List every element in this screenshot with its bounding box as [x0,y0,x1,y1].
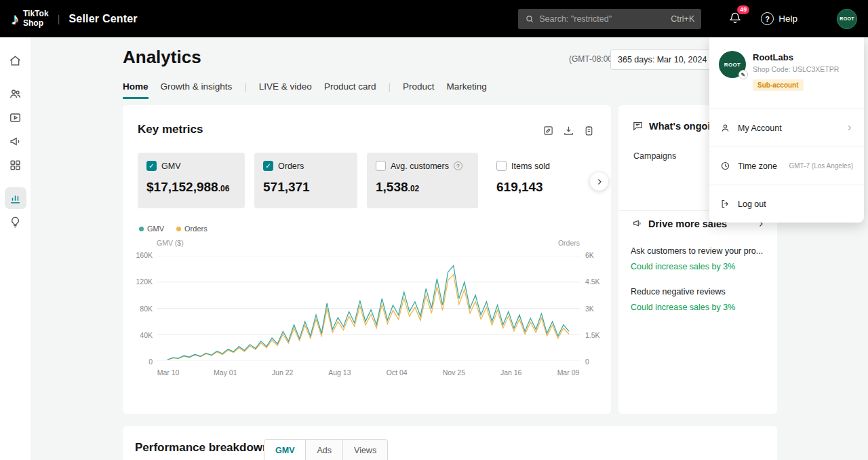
analytics-tabs: Home Growth & insights | LIVE & video Pr… [123,81,487,99]
tab-divider: | [244,81,247,92]
legend-orders[interactable]: Orders [176,225,208,233]
edit-avatar-icon[interactable]: ✎ [738,70,748,79]
metric-label: Items sold [511,161,550,171]
notification-badge: 49 [737,5,749,15]
menu-item-label: Log out [738,199,766,209]
metric-tile-items-sold[interactable]: Items sold 619,143 [488,153,583,208]
help-button[interactable]: ? Help [761,12,797,25]
tab-growth-insights[interactable]: Growth & insights [161,81,233,99]
metric-label: Avg. customers [391,161,449,171]
legend-dot-orders [176,227,181,231]
sidebar-item-customers[interactable] [5,83,26,104]
search-icon [525,14,534,24]
metric-tile-avg-customers[interactable]: Avg. customers ? 1,538.02 [367,153,478,208]
menu-item-log-out[interactable]: Log out [709,185,864,223]
metric-tiles: ✓ GMV $17,152,988.06 ✓ Orders 571,371 Av… [138,153,583,208]
sidebar-item-content[interactable] [5,107,26,128]
date-range-value: 365 days: Mar 10, 2024 - [618,55,712,64]
perf-tab-views[interactable]: Views [342,439,388,460]
sub-account-badge: Sub-account [753,79,804,91]
tab-divider: | [388,81,391,92]
sidebar-item-home[interactable] [5,50,26,71]
timezone-label: (GMT-08:00) [569,54,615,64]
metric-value: $17,152,988.06 [146,180,236,195]
tab-product-card[interactable]: Product card [324,81,376,99]
metric-label: GMV [161,161,180,171]
top-bar: ♪ TikTok Shop | Seller Center Ctrl+K 49 … [0,0,868,37]
tab-home[interactable]: Home [123,81,149,99]
trend-chart-svg [157,256,580,361]
clipboard-icon[interactable] [583,125,595,136]
key-metrics-toolbar [542,125,595,136]
right-axis-caption: Orders [558,239,580,247]
menu-item-my-account[interactable]: My Account [709,109,864,147]
bar-chart-icon [9,192,22,205]
performance-breakdown-title: Performance breakdown [135,441,269,455]
video-icon [9,111,22,124]
suggestion-title[interactable]: Reduce negative reviews [631,287,768,296]
metrics-next-button[interactable] [590,172,608,191]
help-label: Help [778,14,797,24]
search-input[interactable] [539,14,666,24]
metric-tile-gmv[interactable]: ✓ GMV $17,152,988.06 [138,153,245,208]
legend-dot-gmv [139,227,144,231]
timezone-value: GMT-7 (Los Angeles) [789,162,853,170]
help-icon: ? [761,12,774,25]
clock-icon [720,161,730,171]
campaigns-label[interactable]: Campaigns [633,151,676,161]
sidebar-item-apps[interactable] [5,154,26,176]
perf-tab-ads[interactable]: Ads [305,439,343,460]
shop-name: RootLabs [753,52,793,62]
app-title: Seller Center [68,13,137,25]
account-dropdown-menu: ROOT ✎ RootLabs Shop Code: USLC3XETPR Su… [709,37,864,223]
suggestion-benefit[interactable]: Could increase sales by 3% [631,303,735,312]
chevron-right-icon [595,178,604,186]
avg-customers-checkbox[interactable] [376,161,386,171]
grid-icon [9,159,22,172]
legend-gmv[interactable]: GMV [139,225,164,233]
chart-legend: GMV Orders [139,225,208,233]
orders-checkbox[interactable]: ✓ [263,161,273,171]
global-search[interactable]: Ctrl+K [518,9,701,29]
items-sold-checkbox[interactable] [496,161,507,171]
edit-icon[interactable] [542,125,554,136]
tiktok-shop-logo[interactable]: ♪ TikTok Shop [11,9,49,28]
notifications-button[interactable]: 49 [728,11,742,27]
logout-icon [720,199,730,209]
account-menu-avatar: ROOT ✎ [719,51,746,78]
gmv-checkbox[interactable]: ✓ [146,161,157,171]
menu-item-time-zone[interactable]: Time zone GMT-7 (Los Angeles) [709,147,864,185]
brand-line1: TikTok [23,9,49,18]
chevron-right-icon [846,124,853,132]
brand-text: TikTok Shop [23,9,49,28]
account-summary: ROOT ✎ RootLabs Shop Code: USLC3XETPR Su… [709,37,864,109]
sidebar-item-ideas[interactable] [5,211,26,233]
search-shortcut: Ctrl+K [671,14,694,24]
perf-tab-gmv[interactable]: GMV [264,439,306,460]
tab-live-video[interactable]: LIVE & video [259,81,312,99]
key-metrics-title: Key metrics [138,123,203,136]
download-icon[interactable] [563,125,574,136]
suggestion-benefit[interactable]: Could increase sales by 3% [631,262,735,271]
person-icon [720,123,730,133]
users-icon [9,88,22,100]
tab-product[interactable]: Product [403,81,435,99]
menu-item-label: My Account [738,123,782,133]
metric-value: 1,538.02 [376,180,469,195]
sidebar-item-promotions[interactable] [5,130,26,152]
tiktok-note-icon: ♪ [11,11,19,27]
megaphone-icon [632,218,643,229]
performance-tabs: GMV Ads Views [264,439,388,460]
suggestion-title[interactable]: Ask customers to review your pro... [631,246,768,256]
brand-line2: Shop [23,19,49,28]
right-axis-ticks: 6K 4.5K 3K 1.5K 0 [585,251,611,366]
menu-item-label: Time zone [738,161,777,171]
account-avatar[interactable]: ROOT [837,9,857,29]
metric-tile-orders[interactable]: ✓ Orders 571,371 [254,153,357,208]
chat-bubble-icon [632,120,644,132]
sidebar-item-analytics[interactable] [5,187,26,209]
tab-marketing[interactable]: Marketing [446,81,486,99]
topbar-divider: | [58,13,60,24]
x-axis-ticks: Mar 10 May 01 Jun 22 Aug 13 Oct 04 Nov 2… [147,368,589,377]
info-icon[interactable]: ? [454,161,462,170]
